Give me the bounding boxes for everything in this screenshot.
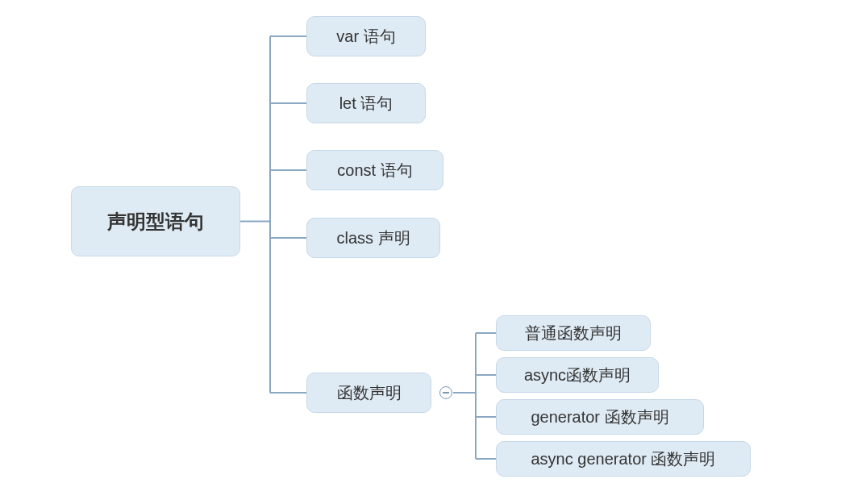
node-const-label: const 语句 [337,160,412,181]
root-node[interactable]: 声明型语句 [71,186,240,256]
node-let-label: let 语句 [339,93,393,115]
node-func[interactable]: 函数声明 [306,373,431,413]
collapse-toggle-func[interactable] [439,386,452,399]
node-var-label: var 语句 [336,26,395,48]
node-async-func-label: async函数声明 [524,364,631,386]
node-var[interactable]: var 语句 [306,16,426,56]
node-const[interactable]: const 语句 [306,150,443,190]
node-class-label: class 声明 [336,227,410,249]
node-async-generator-func-label: async generator 函数声明 [531,448,716,470]
node-let[interactable]: let 语句 [306,83,426,123]
node-class[interactable]: class 声明 [306,218,440,258]
node-normal-func-label: 普通函数声明 [525,323,622,344]
node-generator-func[interactable]: generator 函数声明 [496,399,704,435]
node-func-label: 函数声明 [337,382,402,404]
node-normal-func[interactable]: 普通函数声明 [496,315,651,351]
node-async-func[interactable]: async函数声明 [496,357,659,393]
node-generator-func-label: generator 函数声明 [531,406,668,428]
root-label: 声明型语句 [107,209,204,235]
node-async-generator-func[interactable]: async generator 函数声明 [496,441,751,477]
